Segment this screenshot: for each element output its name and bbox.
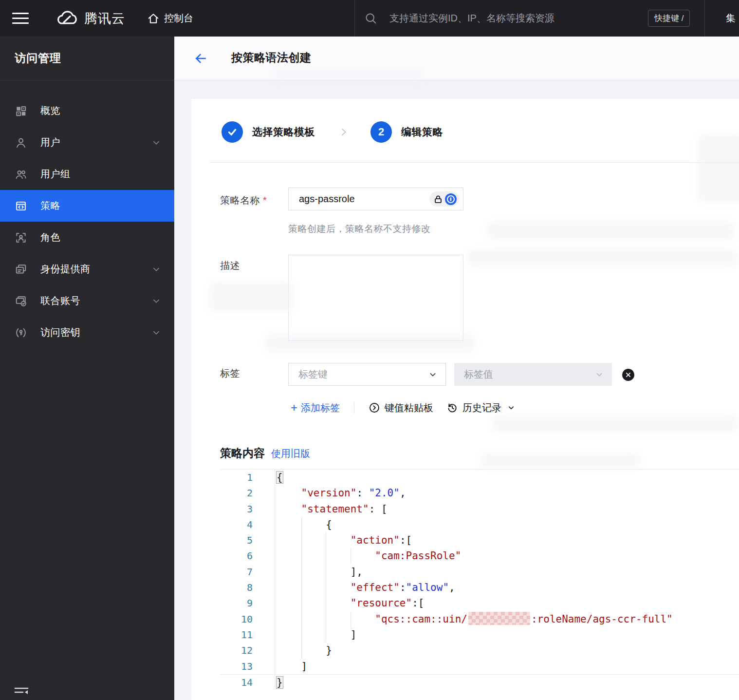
steps-divider (209, 162, 739, 163)
line-number: 10 (220, 611, 275, 627)
sidebar-item-label: 角色 (40, 231, 162, 244)
global-search[interactable] (364, 0, 599, 37)
legacy-version-link[interactable]: 使用旧版 (271, 447, 310, 460)
sidebar-item-overview[interactable]: 概览 (0, 95, 174, 127)
tag-value-select[interactable]: 标签值 (454, 363, 612, 386)
sidebar-menu: 概览用户用户组策略角色身份提供商联合账号访问密钥 (0, 95, 174, 348)
chevron-down-icon (507, 403, 516, 412)
chevron-down-icon (594, 370, 604, 379)
sidebar-item-user-groups[interactable]: 用户组 (0, 158, 174, 190)
tag-key-placeholder: 标签键 (298, 368, 328, 381)
code-lines: 1{2 "version": "2.0",3 "statement": [4 {… (220, 470, 739, 690)
step-1-label: 选择策略模板 (252, 125, 315, 139)
history-icon (446, 402, 458, 414)
topbar: 腾讯云 控制台 快捷键 / 集 (0, 0, 739, 37)
sidebar-item-policies[interactable]: 策略 (0, 190, 174, 222)
topbar-right-text: 集 (726, 0, 739, 37)
sidebar-item-users[interactable]: 用户 (0, 127, 174, 158)
code-line: 12 } (220, 643, 739, 658)
content-card: 选择策略模板 2 编辑策略 策略名称* (191, 99, 739, 700)
chevron-down-icon (151, 137, 162, 148)
step-1-circle[interactable] (222, 121, 243, 143)
pasteboard-icon (369, 402, 380, 414)
code-line: 13 ] (220, 659, 739, 674)
lock-icon (433, 194, 443, 205)
topbar-divider (354, 0, 355, 37)
password-manager-pill[interactable] (429, 191, 459, 207)
plus-icon: + (291, 401, 297, 415)
line-number: 14 (220, 675, 275, 690)
code-line: 6 "cam:PassRole" (220, 548, 739, 564)
line-number: 8 (220, 580, 275, 595)
line-number: 2 (220, 485, 275, 501)
line-number: 5 (220, 532, 275, 548)
shortcut-key-badge: 快捷键 / (648, 10, 690, 27)
search-icon (364, 12, 378, 25)
pasteboard-label: 键值粘贴板 (385, 401, 433, 415)
sidebar-item-roles[interactable]: 角色 (0, 222, 174, 253)
policy-name-field (288, 188, 463, 210)
console-link[interactable]: 控制台 (147, 0, 193, 37)
overview-grid-icon (15, 105, 27, 117)
hamburger-menu-icon[interactable] (12, 13, 29, 24)
chevron-down-icon (428, 370, 438, 379)
policy-name-hint: 策略创建后，策略名称不支持修改 (288, 223, 431, 235)
onepassword-icon (444, 193, 457, 206)
federated-account-icon (15, 295, 27, 307)
sidebar-item-label: 联合账号 (40, 294, 151, 307)
user-icon (15, 136, 27, 149)
step-separator-icon (338, 127, 349, 137)
line-number: 13 (220, 659, 275, 674)
policy-name-label: 策略名称* (220, 194, 267, 207)
step-indicator: 选择策略模板 2 编辑策略 (222, 121, 443, 143)
key-value-pasteboard-button[interactable]: 键值粘贴板 (369, 401, 433, 415)
policy-content-header: 策略内容 使用旧版 (220, 446, 310, 461)
tag-actions-row: + 添加标签 键值粘贴板 历史记录 (291, 399, 516, 416)
history-label: 历史记录 (462, 401, 501, 415)
main-content: 按策略语法创建 选择策略模板 2 编辑策略 策略名称* (174, 37, 739, 700)
tag-value-placeholder: 标签值 (464, 368, 493, 381)
code-line: 2 "version": "2.0", (220, 485, 739, 501)
code-line: 5 "action":[ (220, 532, 739, 548)
tag-label: 标签 (220, 367, 240, 380)
access-key-icon (15, 326, 27, 339)
sidebar-item-access-keys[interactable]: 访问密钥 (0, 317, 174, 348)
topbar-divider-2 (704, 0, 705, 37)
description-textarea[interactable] (288, 255, 463, 341)
required-asterisk: * (263, 195, 267, 206)
code-line: 8 "effect":"allow", (220, 580, 739, 595)
description-label: 描述 (220, 259, 240, 272)
back-button[interactable] (194, 52, 207, 65)
step-2-circle: 2 (370, 121, 392, 143)
collapse-sidebar-icon[interactable] (14, 685, 29, 696)
step-2-label: 编辑策略 (401, 125, 443, 139)
tag-key-select[interactable]: 标签键 (288, 363, 446, 386)
chevron-down-icon (151, 264, 162, 275)
code-line: 14} (220, 674, 739, 690)
sidebar: 访问管理 概览用户用户组策略角色身份提供商联合账号访问密钥 (0, 37, 174, 700)
line-number: 1 (220, 470, 275, 485)
code-line: 10 "qcs::cam::uin/:roleName/ags-ccr-full… (220, 611, 739, 627)
history-button[interactable]: 历史记录 (446, 401, 516, 415)
policy-code-editor[interactable]: 1{2 "version": "2.0",3 "statement": [4 {… (220, 469, 739, 700)
vertical-divider (354, 402, 354, 414)
brand-logo[interactable]: 腾讯云 (55, 0, 125, 37)
code-line: 4 { (220, 517, 739, 532)
page-header: 按策略语法创建 (174, 37, 739, 80)
add-tag-button[interactable]: + 添加标签 (291, 401, 340, 415)
sidebar-item-identity-providers[interactable]: 身份提供商 (0, 253, 174, 285)
line-number: 9 (220, 595, 275, 611)
line-number: 7 (220, 564, 275, 580)
user-group-icon (15, 168, 27, 181)
line-number: 4 (220, 517, 275, 532)
policy-content-title: 策略内容 (220, 446, 265, 461)
console-label: 控制台 (164, 12, 193, 25)
policy-icon (15, 200, 27, 212)
code-line: 7 ], (220, 564, 739, 580)
sidebar-item-federated-accounts[interactable]: 联合账号 (0, 285, 174, 317)
code-line: 1{ (220, 470, 739, 485)
search-input[interactable] (389, 13, 599, 24)
redacted-uin-block (468, 612, 530, 625)
sidebar-item-label: 用户 (40, 136, 151, 149)
delete-tag-button[interactable] (622, 369, 634, 381)
